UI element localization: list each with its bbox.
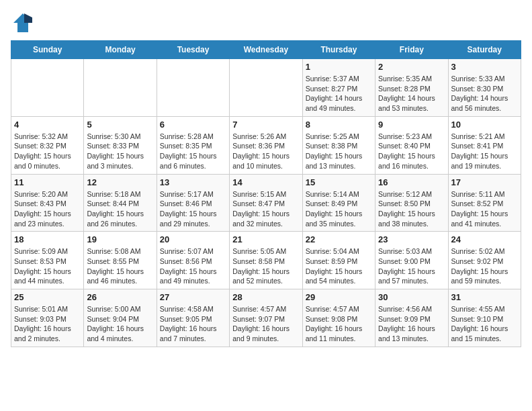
day-info: Sunrise: 5:23 AM Sunset: 8:40 PM Dayligh… [378,132,445,171]
day-number: 11 [14,177,81,187]
day-cell: 28Sunrise: 4:57 AM Sunset: 9:07 PM Dayli… [230,289,302,347]
day-cell: 9Sunrise: 5:23 AM Sunset: 8:40 PM Daylig… [375,116,448,174]
day-cell: 2Sunrise: 5:35 AM Sunset: 8:28 PM Daylig… [375,59,448,117]
day-cell: 20Sunrise: 5:07 AM Sunset: 8:56 PM Dayli… [157,232,229,289]
day-cell: 27Sunrise: 4:58 AM Sunset: 9:05 PM Dayli… [157,289,229,347]
day-cell: 4Sunrise: 5:32 AM Sunset: 8:32 PM Daylig… [11,116,84,174]
day-number: 4 [14,120,81,130]
day-cell: 8Sunrise: 5:25 AM Sunset: 8:38 PM Daylig… [302,116,375,174]
header-day-wednesday: Wednesday [230,41,302,59]
day-number: 17 [451,177,518,187]
logo [11,11,38,35]
day-cell: 1Sunrise: 5:37 AM Sunset: 8:27 PM Daylig… [302,59,375,117]
day-cell: 31Sunrise: 4:55 AM Sunset: 9:10 PM Dayli… [448,289,521,347]
day-number: 15 [306,177,372,187]
day-number: 10 [451,120,518,130]
day-info: Sunrise: 4:55 AM Sunset: 9:10 PM Dayligh… [451,304,518,344]
day-number: 21 [232,234,299,244]
day-number: 2 [378,62,445,72]
day-info: Sunrise: 5:07 AM Sunset: 8:56 PM Dayligh… [160,246,226,286]
day-info: Sunrise: 5:01 AM Sunset: 9:03 PM Dayligh… [14,304,81,344]
day-info: Sunrise: 5:20 AM Sunset: 8:43 PM Dayligh… [14,189,81,229]
day-number: 3 [451,62,518,72]
day-info: Sunrise: 5:21 AM Sunset: 8:41 PM Dayligh… [451,132,518,171]
header-day-thursday: Thursday [302,41,375,59]
day-number: 19 [87,234,153,244]
day-info: Sunrise: 5:04 AM Sunset: 8:59 PM Dayligh… [306,246,372,286]
day-info: Sunrise: 5:18 AM Sunset: 8:44 PM Dayligh… [87,189,153,229]
day-number: 9 [378,120,445,130]
day-info: Sunrise: 5:09 AM Sunset: 8:53 PM Dayligh… [14,246,81,286]
day-cell: 18Sunrise: 5:09 AM Sunset: 8:53 PM Dayli… [11,232,84,289]
day-number: 7 [232,120,299,130]
day-cell: 15Sunrise: 5:14 AM Sunset: 8:49 PM Dayli… [302,174,375,232]
day-info: Sunrise: 5:05 AM Sunset: 8:58 PM Dayligh… [232,246,299,286]
day-cell: 12Sunrise: 5:18 AM Sunset: 8:44 PM Dayli… [84,174,157,232]
day-cell: 10Sunrise: 5:21 AM Sunset: 8:41 PM Dayli… [448,116,521,174]
day-cell: 25Sunrise: 5:01 AM Sunset: 9:03 PM Dayli… [11,289,84,347]
day-number: 5 [87,120,153,130]
header-day-sunday: Sunday [11,41,84,59]
header-day-saturday: Saturday [448,41,521,59]
day-cell: 7Sunrise: 5:26 AM Sunset: 8:36 PM Daylig… [230,116,302,174]
day-info: Sunrise: 5:15 AM Sunset: 8:47 PM Dayligh… [232,189,299,229]
day-info: Sunrise: 4:57 AM Sunset: 9:08 PM Dayligh… [306,304,372,344]
day-cell: 17Sunrise: 5:11 AM Sunset: 8:52 PM Dayli… [448,174,521,232]
week-row-1: 1Sunrise: 5:37 AM Sunset: 8:27 PM Daylig… [11,59,521,117]
logo-icon [11,11,35,35]
day-info: Sunrise: 5:26 AM Sunset: 8:36 PM Dayligh… [232,132,299,171]
week-row-4: 18Sunrise: 5:09 AM Sunset: 8:53 PM Dayli… [11,232,521,289]
day-cell: 26Sunrise: 5:00 AM Sunset: 9:04 PM Dayli… [84,289,157,347]
day-info: Sunrise: 5:12 AM Sunset: 8:50 PM Dayligh… [378,189,445,229]
day-cell: 30Sunrise: 4:56 AM Sunset: 9:09 PM Dayli… [375,289,448,347]
day-info: Sunrise: 5:03 AM Sunset: 9:00 PM Dayligh… [378,246,445,286]
day-info: Sunrise: 5:28 AM Sunset: 8:35 PM Dayligh… [160,132,226,171]
day-info: Sunrise: 5:33 AM Sunset: 8:30 PM Dayligh… [451,74,518,113]
day-info: Sunrise: 5:02 AM Sunset: 9:02 PM Dayligh… [451,246,518,286]
header-row: SundayMondayTuesdayWednesdayThursdayFrid… [11,41,521,59]
header-day-tuesday: Tuesday [157,41,229,59]
day-cell: 3Sunrise: 5:33 AM Sunset: 8:30 PM Daylig… [448,59,521,117]
day-cell: 21Sunrise: 5:05 AM Sunset: 8:58 PM Dayli… [230,232,302,289]
day-info: Sunrise: 5:32 AM Sunset: 8:32 PM Dayligh… [14,132,81,171]
day-cell [11,59,84,117]
day-info: Sunrise: 4:57 AM Sunset: 9:07 PM Dayligh… [232,304,299,344]
header-day-monday: Monday [84,41,157,59]
day-cell: 22Sunrise: 5:04 AM Sunset: 8:59 PM Dayli… [302,232,375,289]
day-cell: 11Sunrise: 5:20 AM Sunset: 8:43 PM Dayli… [11,174,84,232]
day-number: 28 [232,292,299,302]
day-cell: 5Sunrise: 5:30 AM Sunset: 8:33 PM Daylig… [84,116,157,174]
day-number: 23 [378,234,445,244]
day-info: Sunrise: 5:37 AM Sunset: 8:27 PM Dayligh… [306,74,372,113]
day-info: Sunrise: 4:56 AM Sunset: 9:09 PM Dayligh… [378,304,445,344]
day-info: Sunrise: 5:00 AM Sunset: 9:04 PM Dayligh… [87,304,153,344]
day-number: 14 [232,177,299,187]
day-cell [157,59,229,117]
day-number: 24 [451,234,518,244]
day-number: 31 [451,292,518,302]
day-number: 27 [160,292,226,302]
day-cell: 16Sunrise: 5:12 AM Sunset: 8:50 PM Dayli… [375,174,448,232]
day-info: Sunrise: 5:25 AM Sunset: 8:38 PM Dayligh… [306,132,372,171]
header-day-friday: Friday [375,41,448,59]
day-number: 29 [306,292,372,302]
day-cell: 14Sunrise: 5:15 AM Sunset: 8:47 PM Dayli… [230,174,302,232]
day-cell: 19Sunrise: 5:08 AM Sunset: 8:55 PM Dayli… [84,232,157,289]
day-info: Sunrise: 5:35 AM Sunset: 8:28 PM Dayligh… [378,74,445,113]
day-number: 6 [160,120,226,130]
day-number: 20 [160,234,226,244]
week-row-5: 25Sunrise: 5:01 AM Sunset: 9:03 PM Dayli… [11,289,521,347]
day-number: 18 [14,234,81,244]
day-number: 25 [14,292,81,302]
day-cell: 6Sunrise: 5:28 AM Sunset: 8:35 PM Daylig… [157,116,229,174]
day-cell: 24Sunrise: 5:02 AM Sunset: 9:02 PM Dayli… [448,232,521,289]
day-cell [230,59,302,117]
day-number: 12 [87,177,153,187]
day-number: 22 [306,234,372,244]
day-number: 8 [306,120,372,130]
day-cell: 29Sunrise: 4:57 AM Sunset: 9:08 PM Dayli… [302,289,375,347]
day-number: 30 [378,292,445,302]
day-info: Sunrise: 5:08 AM Sunset: 8:55 PM Dayligh… [87,246,153,286]
day-number: 13 [160,177,226,187]
day-info: Sunrise: 4:58 AM Sunset: 9:05 PM Dayligh… [160,304,226,344]
